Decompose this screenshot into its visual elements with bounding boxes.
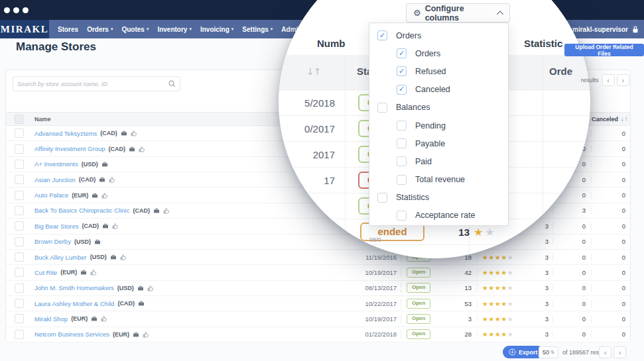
briefcase-icon — [138, 300, 145, 307]
column-toggle-total-revenue[interactable]: Total revenue — [369, 171, 508, 189]
column-toggle-canceled[interactable]: ✓Canceled — [369, 81, 508, 99]
row-checkbox[interactable] — [15, 206, 24, 215]
canceled-count-cell: 0 — [591, 284, 630, 291]
store-link[interactable]: Affinity Investment Group — [34, 145, 105, 152]
row-checkbox-cell — [6, 252, 32, 262]
prev-page-button[interactable]: ‹ — [602, 74, 615, 86]
offers-count-cell: 28 — [438, 331, 477, 338]
offers-count-cell: 42 — [438, 269, 477, 276]
row-checkbox[interactable] — [15, 252, 24, 262]
store-name-cell: Brown Derby(USD) — [32, 238, 355, 245]
column-toggle-label: Canceled — [415, 85, 450, 94]
thumbs-up-icon — [101, 315, 107, 322]
store-link[interactable]: Mirakl Shop — [34, 315, 68, 323]
column-toggle-payable[interactable]: Payable — [369, 134, 508, 152]
orders-count-cell: 3 — [514, 254, 552, 261]
column-toggle-balances-group[interactable]: Balances — [369, 99, 508, 117]
orders-count-cell: 3 — [514, 284, 552, 291]
store-name-cell: Mirakl Shop(EUR) — [32, 315, 355, 323]
currency-label: (USD) — [117, 285, 134, 291]
row-checkbox[interactable] — [15, 268, 24, 277]
row-checkbox[interactable] — [15, 175, 24, 184]
row-checkbox[interactable] — [15, 314, 24, 323]
store-link[interactable]: Laura Ashley Mother & Child — [34, 300, 114, 307]
page-size-select[interactable]: 50⇅ — [539, 346, 558, 358]
row-checkbox[interactable] — [15, 237, 24, 246]
nav-item-quotes[interactable]: Quotes▾ — [121, 26, 149, 33]
store-link[interactable]: A+ Investments — [34, 160, 78, 168]
row-checkbox[interactable] — [15, 160, 24, 169]
checkbox-icon[interactable] — [397, 121, 407, 130]
checkbox-checked-icon[interactable]: ✓ — [377, 30, 387, 40]
nav-item-invoicing[interactable]: Invoicing▾ — [200, 26, 233, 33]
checkbox-icon[interactable] — [397, 211, 407, 221]
store-link[interactable]: Brown Derby — [34, 238, 71, 245]
store-name-cell: Cut Rite(EUR) — [32, 269, 355, 276]
store-link[interactable]: Auto Palace — [34, 191, 68, 199]
configure-columns-button[interactable]: ⚙ Configure columns — [406, 3, 510, 23]
nav-item-stores[interactable]: Stores — [58, 26, 78, 33]
next-page-button[interactable]: › — [617, 74, 629, 86]
lock-icon — [632, 26, 639, 33]
row-checkbox[interactable] — [15, 299, 24, 308]
checkbox-icon[interactable] — [377, 103, 387, 113]
search-icon[interactable] — [168, 80, 180, 87]
column-toggle-statistics-group[interactable]: Statistics — [369, 189, 508, 207]
thumbs-up-icon — [101, 192, 107, 199]
nav-item-orders[interactable]: Orders▾ — [87, 26, 113, 33]
store-link[interactable]: Asian Junction — [34, 176, 76, 183]
download-icon — [509, 348, 516, 356]
store-link[interactable]: Advansed Teksyztems — [34, 130, 97, 137]
column-toggle-label: Refused — [415, 67, 446, 76]
currency-label: (EUR) — [113, 331, 129, 338]
nav-item-settings[interactable]: Settings▾ — [242, 26, 273, 33]
currency-label: (CAD) — [100, 130, 117, 136]
store-link[interactable]: Back To Basics Chiropractic Clinic — [34, 207, 129, 214]
row-checkbox[interactable] — [15, 330, 24, 339]
canceled-column-header[interactable]: Canceled↓↑ — [591, 116, 630, 123]
store-link[interactable]: Cut Rite — [34, 269, 57, 276]
chevron-down-icon: ▾ — [147, 26, 149, 32]
upload-order-files-button[interactable]: Upload Order Related Files — [564, 44, 644, 56]
canceled-count-cell: 0 — [591, 160, 630, 168]
export-button[interactable]: Export — [503, 346, 544, 358]
nav-item-label: Quotes — [121, 26, 144, 33]
column-toggle-pending[interactable]: Pending — [369, 117, 508, 134]
canceled-count-cell: 0 — [591, 191, 630, 199]
rating-cell: ★★★★★ — [477, 269, 514, 276]
store-link[interactable]: Big Bear Stores — [34, 223, 79, 230]
store-link[interactable]: Buck Alley Lumber — [34, 254, 87, 261]
row-checkbox-cell — [6, 206, 32, 215]
checkbox-icon[interactable] — [397, 175, 407, 185]
currency-label: (EUR) — [60, 269, 77, 276]
column-toggle-orders-group[interactable]: ✓Orders — [369, 26, 508, 44]
row-checkbox[interactable] — [15, 191, 24, 200]
store-link[interactable]: John M. Smith Homemakers — [34, 284, 114, 291]
briefcase-icon — [137, 285, 144, 291]
store-link[interactable]: Netcom Business Services — [34, 331, 109, 338]
row-checkbox[interactable] — [15, 129, 24, 138]
column-toggle-refused[interactable]: ✓Refused — [369, 62, 508, 80]
footer-next-page-button[interactable]: › — [613, 346, 626, 358]
footer-prev-page-button[interactable]: ‹ — [599, 346, 612, 358]
refused-count-cell: 0 — [552, 238, 591, 245]
search-input[interactable] — [13, 81, 168, 87]
refused-count-cell: 0 — [552, 223, 591, 230]
checkbox-icon[interactable] — [377, 193, 387, 203]
checkbox-checked-icon[interactable]: ✓ — [397, 48, 407, 58]
column-toggle-orders[interactable]: ✓Orders — [369, 44, 508, 62]
checkbox-checked-icon[interactable]: ✓ — [397, 66, 407, 76]
column-toggle-acceptance-rate[interactable]: Acceptance rate — [369, 207, 508, 225]
select-all-checkbox[interactable] — [15, 115, 24, 124]
checkbox-icon[interactable] — [397, 138, 407, 148]
column-toggle-paid[interactable]: Paid — [369, 152, 508, 170]
checkbox-icon[interactable] — [397, 156, 407, 166]
nav-item-inventory[interactable]: Inventory▾ — [157, 26, 192, 33]
row-checkbox[interactable] — [15, 284, 24, 293]
checkbox-checked-icon[interactable]: ✓ — [397, 85, 407, 95]
chevron-down-icon: ▾ — [189, 26, 192, 32]
star-rating: ★★★★★ — [482, 331, 514, 338]
row-checkbox[interactable] — [15, 221, 24, 231]
magnified-date-fragment: 08/0 — [369, 236, 381, 243]
row-checkbox[interactable] — [15, 144, 24, 154]
